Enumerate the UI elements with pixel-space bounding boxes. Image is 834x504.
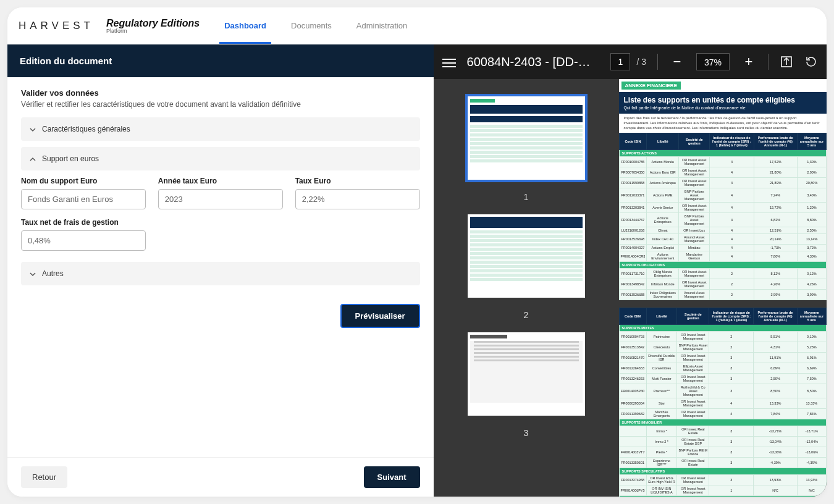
annex-tag: ANNEXE FINANCIERE [621,82,681,90]
annex-subtitle: Qui fait partie intégrante de la Notice … [624,106,822,110]
product-name: Regulatory Editions Platform [106,18,200,34]
annex-title: Liste des supports en unités de compte é… [624,96,822,104]
chevron-up-icon [30,156,36,162]
annex-note: Impact des frais sur le rendement / la p… [619,114,827,133]
annex-table: Code ISINLibelléSociété de gestionIndica… [619,133,827,300]
chevron-down-icon [30,271,36,277]
input-support-name[interactable] [21,189,146,209]
annex-header: Liste des supports en unités de compte é… [619,92,827,114]
thumbnail-3[interactable] [468,332,585,416]
thumbnail-1-label: 1 [524,192,529,202]
thumbnail-panel[interactable]: 1 2 [434,79,619,497]
page-input[interactable] [610,53,630,70]
thumbnail-2[interactable] [468,214,585,298]
product-title: Regulatory Editions [106,18,200,28]
separator [768,54,769,70]
validate-title: Valider vos données [21,88,420,98]
accordion-other-label: Autres [42,269,64,278]
logo: HARVEST [19,20,94,32]
annex-table-2: Code ISINLibelléSociété de gestionIndica… [619,308,827,497]
input-net-rate[interactable] [21,230,146,251]
app-frame: HARVEST Regulatory Editions Platform Das… [7,7,827,497]
tab-administration[interactable]: Administration [356,7,407,44]
tab-documents[interactable]: Documents [291,7,332,44]
label-net-rate: Taux net de frais de gestion [21,218,146,227]
chevron-down-icon [30,126,36,132]
fit-page-icon[interactable] [780,55,793,69]
nav-tabs: Dashboard Documents Administration [224,7,407,44]
separator [657,54,658,70]
accordion-other[interactable]: Autres [21,262,420,285]
pdf-page-1[interactable]: ANNEXE FINANCIERE Liste des supports en … [619,79,827,497]
tab-dashboard[interactable]: Dashboard [224,7,266,44]
preview-button[interactable]: Prévisualiser [340,304,420,328]
field-net-rate: Taux net de frais de gestion [21,218,146,251]
label-support-name: Nom du support Euro [21,177,146,185]
page-total: / 3 [636,57,646,67]
topbar: HARVEST Regulatory Editions Platform Das… [7,7,827,44]
page-title: Edition du document [7,44,434,77]
pdf-toolbar: 60084N-2403 - [DD-… / 3 − 37% + [434,44,827,79]
thumbnail-3-label: 3 [524,428,529,438]
accordion-general-label: Caractéristiques générales [42,125,130,133]
thumbnail-1[interactable] [468,96,585,180]
next-button[interactable]: Suivant [364,466,420,488]
rotate-icon[interactable] [804,55,818,69]
accordion-general[interactable]: Caractéristiques générales [21,117,420,141]
pdf-body: 1 2 [434,79,827,497]
zoom-in-button[interactable]: + [741,54,757,70]
euro-form: Nom du support Euro Année taux Euro Taux… [21,177,420,251]
field-rate: Taux Euro [295,177,420,209]
footer-actions: Retour Suivant [7,457,434,497]
zoom-value[interactable]: 37% [696,53,730,70]
accordion-euro-label: Support en euros [42,154,99,163]
left-panel: Edition du document Valider vos données … [7,44,434,497]
input-year[interactable] [158,189,283,209]
pdf-title: 60084N-2403 - [DD-… [467,55,591,69]
field-support-name: Nom du support Euro [21,177,146,209]
thumbnail-2-label: 2 [524,310,529,320]
validate-subtitle: Vérifier et rectifier les caractéristiqu… [21,100,420,109]
label-year: Année taux Euro [158,177,283,185]
field-year: Année taux Euro [158,177,283,209]
page-indicator: / 3 [610,53,646,70]
form-area: Valider vos données Vérifier et rectifie… [7,77,434,457]
pdf-viewer: 60084N-2403 - [DD-… / 3 − 37% + [434,44,827,497]
zoom-out-button[interactable]: − [669,54,685,70]
back-button[interactable]: Retour [21,466,67,488]
main: Edition du document Valider vos données … [7,44,827,497]
accordion-euro[interactable]: Support en euros [21,147,420,170]
product-subtitle: Platform [106,28,200,34]
menu-icon[interactable] [442,56,456,67]
label-rate: Taux Euro [295,177,420,185]
input-rate[interactable] [295,189,420,209]
